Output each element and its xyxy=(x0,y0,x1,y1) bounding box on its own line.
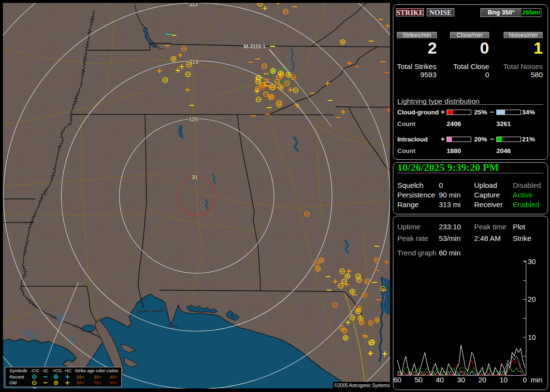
svg-text:Symbols: Symbols xyxy=(10,368,28,373)
svg-text:45+: 45+ xyxy=(110,374,118,379)
svg-text:10: 10 xyxy=(500,376,508,384)
svg-text:10: 10 xyxy=(528,333,536,341)
svg-text:30: 30 xyxy=(528,257,536,266)
svg-text:min: min xyxy=(531,376,542,384)
svg-text:Recent: Recent xyxy=(10,374,25,379)
svg-text:30+: 30+ xyxy=(94,374,102,379)
svg-text:M-3119 1: M-3119 1 xyxy=(244,43,266,49)
svg-text:0: 0 xyxy=(523,376,527,384)
svg-text:313: 313 xyxy=(189,3,198,7)
svg-text:75+: 75+ xyxy=(94,380,102,385)
svg-text:30: 30 xyxy=(457,376,465,384)
svg-text:Old: Old xyxy=(10,380,17,385)
svg-text:90+: 90+ xyxy=(110,380,118,385)
svg-text:20: 20 xyxy=(478,376,487,384)
svg-text:Strike age color codes: Strike age color codes xyxy=(75,368,118,373)
svg-text:60+: 60+ xyxy=(77,380,85,385)
svg-text:125: 125 xyxy=(189,116,198,122)
svg-text:60: 60 xyxy=(393,376,402,384)
svg-text:+IC: +IC xyxy=(64,368,72,373)
svg-text:40: 40 xyxy=(436,376,444,384)
svg-text:20: 20 xyxy=(528,295,536,303)
svg-text:50: 50 xyxy=(415,376,423,384)
svg-text:-IC: -IC xyxy=(42,368,48,373)
svg-text:+CG: +CG xyxy=(52,368,62,373)
svg-text:-CG: -CG xyxy=(30,368,39,373)
svg-text:15+: 15+ xyxy=(77,374,85,379)
svg-text:219: 219 xyxy=(189,59,198,65)
svg-text:31: 31 xyxy=(192,174,198,180)
